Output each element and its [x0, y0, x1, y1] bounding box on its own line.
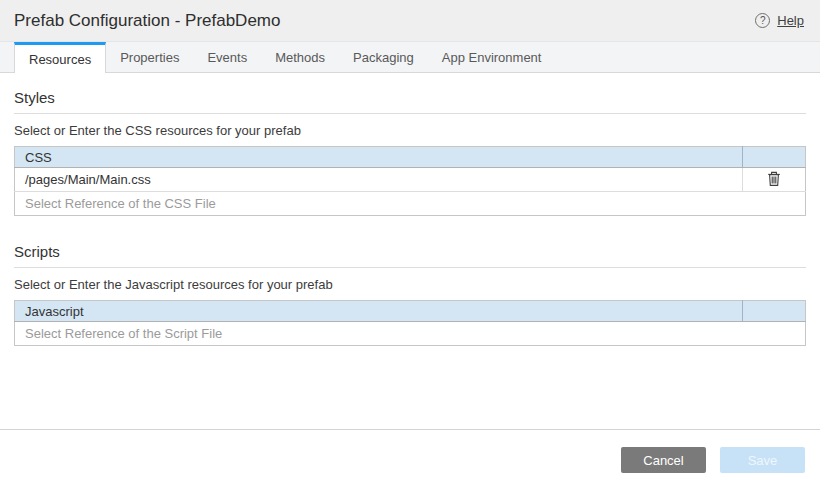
help-link[interactable]: Help — [777, 13, 804, 28]
styles-heading: Styles — [14, 89, 806, 114]
dialog-footer: Cancel Save — [0, 429, 820, 490]
row-actions-cell — [743, 168, 806, 192]
tab-methods[interactable]: Methods — [261, 42, 339, 72]
tab-app-environment[interactable]: App Environment — [428, 42, 556, 72]
add-script-resource-cell — [15, 322, 806, 346]
table-row: /pages/Main/Main.css — [15, 168, 806, 192]
styles-description: Select or Enter the CSS resources for yo… — [14, 123, 806, 138]
styles-section: Styles Select or Enter the CSS resources… — [14, 89, 806, 216]
add-script-resource-row — [15, 322, 806, 346]
delete-css-resource-button[interactable] — [763, 169, 785, 189]
page-title: Prefab Configuration - PrefabDemo — [14, 11, 280, 31]
add-css-resource-cell — [15, 192, 806, 216]
scripts-description: Select or Enter the Javascript resources… — [14, 277, 806, 292]
tab-properties[interactable]: Properties — [106, 42, 193, 72]
scripts-heading: Scripts — [14, 243, 806, 268]
table-header-row: Javascript — [15, 301, 806, 322]
cancel-button[interactable]: Cancel — [621, 447, 706, 473]
tab-events[interactable]: Events — [193, 42, 261, 72]
script-reference-input[interactable] — [15, 322, 805, 345]
css-resource-value: /pages/Main/Main.css — [15, 168, 743, 192]
tab-packaging[interactable]: Packaging — [339, 42, 428, 72]
actions-column-header — [743, 147, 806, 168]
scripts-section: Scripts Select or Enter the Javascript r… — [14, 243, 806, 346]
trash-icon — [767, 171, 781, 187]
javascript-column-header: Javascript — [15, 301, 743, 322]
resources-tab-content: Styles Select or Enter the CSS resources… — [0, 73, 820, 429]
table-header-row: CSS — [15, 147, 806, 168]
css-resources-table: CSS /pages/Main/Main.css — [14, 146, 806, 216]
css-reference-input[interactable] — [15, 192, 805, 215]
question-circle-icon: ? — [755, 13, 770, 28]
prefab-configuration-dialog: Prefab Configuration - PrefabDemo ? Help… — [0, 0, 820, 490]
tab-bar: Resources Properties Events Methods Pack… — [0, 42, 820, 73]
add-css-resource-row — [15, 192, 806, 216]
css-column-header: CSS — [15, 147, 743, 168]
save-button[interactable]: Save — [720, 447, 805, 473]
javascript-resources-table: Javascript — [14, 300, 806, 346]
actions-column-header — [743, 301, 806, 322]
titlebar: Prefab Configuration - PrefabDemo ? Help — [0, 0, 820, 42]
help-control[interactable]: ? Help — [755, 13, 804, 28]
tab-resources[interactable]: Resources — [14, 42, 106, 73]
